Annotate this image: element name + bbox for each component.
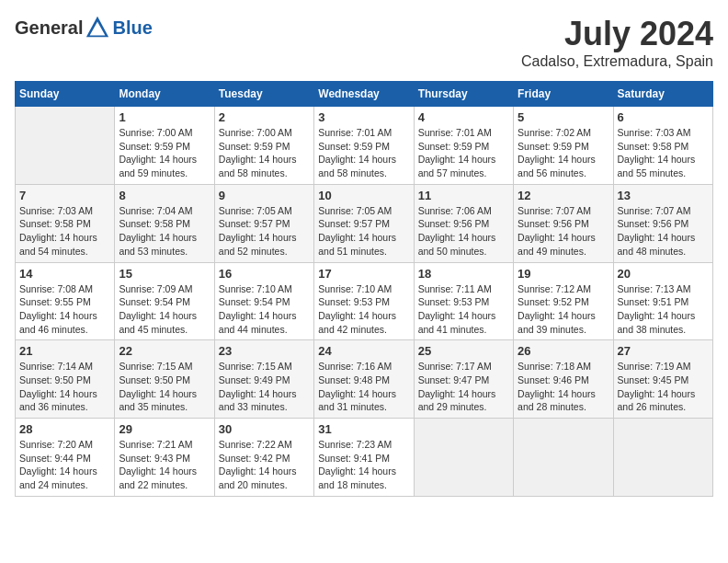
day-number: 11 — [418, 189, 509, 202]
calendar-day-cell: 16Sunrise: 7:10 AM Sunset: 9:54 PM Dayli… — [214, 262, 313, 340]
calendar-day-cell: 24Sunrise: 7:16 AM Sunset: 9:48 PM Dayli… — [314, 340, 414, 419]
calendar-day-cell: 1Sunrise: 7:00 AM Sunset: 9:59 PM Daylig… — [115, 107, 214, 185]
day-info: Sunrise: 7:08 AM Sunset: 9:55 PM Dayligh… — [19, 282, 110, 337]
calendar-day-cell: 10Sunrise: 7:05 AM Sunset: 9:57 PM Dayli… — [314, 184, 414, 262]
calendar-day-cell: 26Sunrise: 7:18 AM Sunset: 9:46 PM Dayli… — [514, 340, 613, 419]
calendar-day-cell: 13Sunrise: 7:07 AM Sunset: 9:56 PM Dayli… — [613, 184, 712, 262]
day-info: Sunrise: 7:15 AM Sunset: 9:50 PM Dayligh… — [119, 360, 210, 414]
day-info: Sunrise: 7:18 AM Sunset: 9:46 PM Dayligh… — [518, 360, 609, 414]
day-number: 6 — [618, 110, 709, 124]
calendar-day-cell: 30Sunrise: 7:22 AM Sunset: 9:42 PM Dayli… — [214, 419, 313, 497]
month-year-title: July 2024 — [521, 15, 713, 53]
weekday-header-saturday: Saturday — [613, 82, 712, 107]
day-info: Sunrise: 7:10 AM Sunset: 9:54 PM Dayligh… — [219, 282, 310, 337]
day-number: 26 — [518, 344, 609, 358]
day-number: 22 — [119, 344, 210, 358]
day-number: 3 — [318, 110, 409, 124]
weekday-header-wednesday: Wednesday — [314, 82, 414, 107]
day-number: 24 — [318, 344, 409, 358]
calendar-week-row: 7Sunrise: 7:03 AM Sunset: 9:58 PM Daylig… — [16, 184, 713, 262]
day-info: Sunrise: 7:21 AM Sunset: 9:43 PM Dayligh… — [119, 438, 210, 492]
day-info: Sunrise: 7:00 AM Sunset: 9:59 PM Dayligh… — [219, 126, 310, 180]
calendar-day-cell: 4Sunrise: 7:01 AM Sunset: 9:59 PM Daylig… — [414, 107, 513, 185]
calendar-day-cell: 15Sunrise: 7:09 AM Sunset: 9:54 PM Dayli… — [115, 262, 214, 340]
day-number: 9 — [219, 189, 310, 202]
day-info: Sunrise: 7:06 AM Sunset: 9:56 PM Dayligh… — [418, 204, 509, 259]
day-info: Sunrise: 7:23 AM Sunset: 9:41 PM Dayligh… — [318, 438, 409, 492]
calendar-week-row: 21Sunrise: 7:14 AM Sunset: 9:50 PM Dayli… — [16, 340, 713, 419]
calendar-day-cell — [414, 419, 513, 497]
title-section: July 2024 Cadalso, Extremadura, Spain — [521, 15, 713, 70]
day-info: Sunrise: 7:22 AM Sunset: 9:42 PM Dayligh… — [219, 438, 310, 492]
weekday-header-sunday: Sunday — [16, 82, 115, 107]
weekday-header-tuesday: Tuesday — [214, 82, 313, 107]
day-number: 4 — [418, 110, 509, 124]
day-info: Sunrise: 7:00 AM Sunset: 9:59 PM Dayligh… — [119, 126, 210, 180]
calendar-day-cell: 17Sunrise: 7:10 AM Sunset: 9:53 PM Dayli… — [314, 262, 414, 340]
day-number: 20 — [618, 267, 709, 281]
day-info: Sunrise: 7:10 AM Sunset: 9:53 PM Dayligh… — [318, 282, 409, 337]
calendar-day-cell: 6Sunrise: 7:03 AM Sunset: 9:58 PM Daylig… — [613, 107, 712, 185]
day-info: Sunrise: 7:17 AM Sunset: 9:47 PM Dayligh… — [418, 360, 509, 414]
day-info: Sunrise: 7:07 AM Sunset: 9:56 PM Dayligh… — [518, 204, 609, 259]
calendar-day-cell: 28Sunrise: 7:20 AM Sunset: 9:44 PM Dayli… — [16, 419, 115, 497]
calendar-day-cell: 2Sunrise: 7:00 AM Sunset: 9:59 PM Daylig… — [214, 107, 313, 185]
day-info: Sunrise: 7:03 AM Sunset: 9:58 PM Dayligh… — [19, 204, 110, 259]
calendar-day-cell: 21Sunrise: 7:14 AM Sunset: 9:50 PM Dayli… — [16, 340, 115, 419]
day-info: Sunrise: 7:12 AM Sunset: 9:52 PM Dayligh… — [518, 282, 609, 337]
logo-blue: Blue — [112, 17, 152, 39]
day-number: 5 — [518, 110, 609, 124]
calendar-day-cell — [514, 419, 613, 497]
calendar-day-cell: 20Sunrise: 7:13 AM Sunset: 9:51 PM Dayli… — [613, 262, 712, 340]
day-number: 15 — [119, 267, 210, 281]
calendar-week-row: 28Sunrise: 7:20 AM Sunset: 9:44 PM Dayli… — [16, 419, 713, 497]
day-info: Sunrise: 7:20 AM Sunset: 9:44 PM Dayligh… — [19, 438, 110, 492]
calendar-day-cell: 25Sunrise: 7:17 AM Sunset: 9:47 PM Dayli… — [414, 340, 513, 419]
calendar-week-row: 14Sunrise: 7:08 AM Sunset: 9:55 PM Dayli… — [16, 262, 713, 340]
weekday-header-row: SundayMondayTuesdayWednesdayThursdayFrid… — [16, 82, 713, 107]
calendar-day-cell — [16, 107, 115, 185]
day-number: 12 — [518, 189, 609, 202]
location-subtitle: Cadalso, Extremadura, Spain — [521, 53, 713, 70]
logo-icon — [85, 15, 110, 40]
calendar-day-cell: 27Sunrise: 7:19 AM Sunset: 9:45 PM Dayli… — [613, 340, 712, 419]
day-info: Sunrise: 7:16 AM Sunset: 9:48 PM Dayligh… — [318, 360, 409, 414]
day-info: Sunrise: 7:05 AM Sunset: 9:57 PM Dayligh… — [318, 204, 409, 259]
calendar-day-cell: 22Sunrise: 7:15 AM Sunset: 9:50 PM Dayli… — [115, 340, 214, 419]
day-number: 1 — [119, 110, 210, 124]
day-info: Sunrise: 7:13 AM Sunset: 9:51 PM Dayligh… — [618, 282, 709, 337]
day-number: 21 — [19, 344, 110, 358]
calendar-week-row: 1Sunrise: 7:00 AM Sunset: 9:59 PM Daylig… — [16, 107, 713, 185]
calendar-table: SundayMondayTuesdayWednesdayThursdayFrid… — [15, 81, 713, 497]
day-info: Sunrise: 7:15 AM Sunset: 9:49 PM Dayligh… — [219, 360, 310, 414]
day-info: Sunrise: 7:05 AM Sunset: 9:57 PM Dayligh… — [219, 204, 310, 259]
calendar-day-cell: 29Sunrise: 7:21 AM Sunset: 9:43 PM Dayli… — [115, 419, 214, 497]
day-number: 28 — [19, 422, 110, 436]
day-info: Sunrise: 7:09 AM Sunset: 9:54 PM Dayligh… — [119, 282, 210, 337]
calendar-day-cell: 31Sunrise: 7:23 AM Sunset: 9:41 PM Dayli… — [314, 419, 414, 497]
day-info: Sunrise: 7:04 AM Sunset: 9:58 PM Dayligh… — [119, 204, 210, 259]
calendar-day-cell: 9Sunrise: 7:05 AM Sunset: 9:57 PM Daylig… — [214, 184, 313, 262]
day-number: 10 — [318, 189, 409, 202]
calendar-day-cell — [613, 419, 712, 497]
day-number: 18 — [418, 267, 509, 281]
logo: General Blue — [15, 15, 153, 40]
calendar-day-cell: 11Sunrise: 7:06 AM Sunset: 9:56 PM Dayli… — [414, 184, 513, 262]
day-number: 27 — [618, 344, 709, 358]
day-number: 19 — [518, 267, 609, 281]
day-number: 25 — [418, 344, 509, 358]
day-number: 30 — [219, 422, 310, 436]
weekday-header-friday: Friday — [514, 82, 613, 107]
day-info: Sunrise: 7:01 AM Sunset: 9:59 PM Dayligh… — [318, 126, 409, 180]
calendar-day-cell: 23Sunrise: 7:15 AM Sunset: 9:49 PM Dayli… — [214, 340, 313, 419]
day-number: 16 — [219, 267, 310, 281]
calendar-day-cell: 5Sunrise: 7:02 AM Sunset: 9:59 PM Daylig… — [514, 107, 613, 185]
calendar-day-cell: 7Sunrise: 7:03 AM Sunset: 9:58 PM Daylig… — [16, 184, 115, 262]
day-number: 29 — [119, 422, 210, 436]
day-number: 23 — [219, 344, 310, 358]
day-info: Sunrise: 7:19 AM Sunset: 9:45 PM Dayligh… — [618, 360, 709, 414]
day-number: 2 — [219, 110, 310, 124]
weekday-header-thursday: Thursday — [414, 82, 513, 107]
day-number: 17 — [318, 267, 409, 281]
day-info: Sunrise: 7:03 AM Sunset: 9:58 PM Dayligh… — [618, 126, 709, 180]
